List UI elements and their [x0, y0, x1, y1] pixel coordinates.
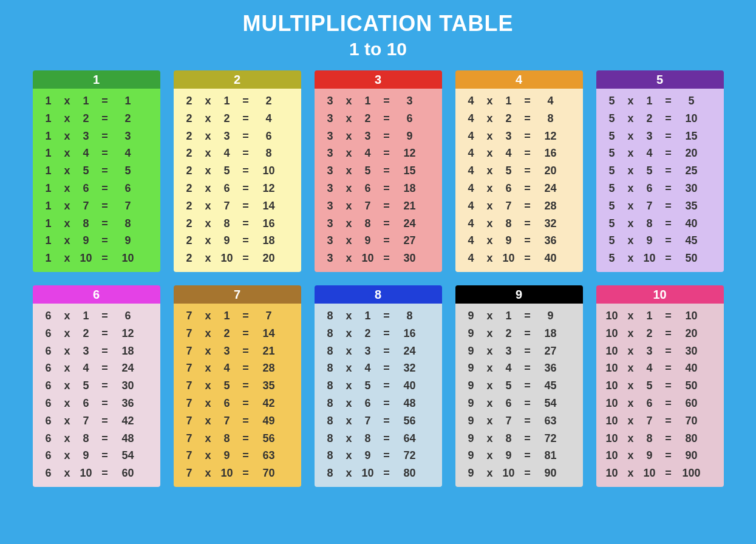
- times-symbol: x: [622, 359, 640, 377]
- equals-symbol: =: [378, 342, 396, 360]
- factor-a: 2: [180, 162, 199, 180]
- times-symbol: x: [340, 325, 358, 342]
- times-symbol: x: [481, 180, 499, 197]
- page-title: MULTIPLICATION TABLE: [243, 11, 514, 36]
- factor-a: 1: [39, 144, 58, 162]
- times-symbol: x: [622, 127, 640, 145]
- table-row: 8x2=16: [321, 325, 436, 342]
- product: 24: [537, 180, 565, 197]
- product: 9: [537, 307, 565, 325]
- factor-b: 8: [640, 430, 659, 447]
- equals-symbol: =: [96, 110, 114, 127]
- table-row: 8x10=80: [321, 464, 436, 482]
- factor-a: 4: [461, 92, 481, 110]
- factor-a: 1: [39, 92, 58, 110]
- equals-symbol: =: [519, 162, 537, 180]
- table-row: 6x3=18: [39, 342, 154, 360]
- factor-a: 8: [321, 447, 340, 464]
- factor-b: 4: [499, 359, 519, 377]
- equals-symbol: =: [519, 395, 537, 412]
- times-symbol: x: [622, 232, 640, 250]
- factor-a: 8: [321, 395, 340, 412]
- factor-b: 10: [499, 464, 519, 482]
- table-row: 6x8=48: [39, 430, 154, 447]
- product: 48: [114, 430, 142, 447]
- factor-a: 3: [321, 197, 340, 215]
- table-body: 4x1=44x2=84x3=124x4=164x5=204x6=244x7=28…: [455, 89, 583, 272]
- times-symbol: x: [481, 127, 499, 145]
- factor-a: 6: [39, 359, 58, 377]
- table-header: 4: [455, 70, 583, 89]
- table-header: 3: [315, 70, 442, 89]
- factor-a: 10: [602, 395, 622, 412]
- table-row: 2x4=8: [180, 144, 295, 162]
- factor-a: 8: [321, 412, 340, 430]
- equals-symbol: =: [96, 92, 114, 110]
- times-symbol: x: [481, 447, 499, 464]
- equals-symbol: =: [237, 359, 255, 377]
- table-row: 6x9=54: [39, 447, 154, 464]
- factor-a: 9: [461, 342, 481, 360]
- times-symbol: x: [622, 215, 640, 233]
- times-symbol: x: [199, 325, 217, 342]
- times-symbol: x: [481, 395, 499, 412]
- times-symbol: x: [199, 359, 217, 377]
- product: 70: [678, 412, 706, 430]
- factor-a: 1: [39, 127, 58, 145]
- times-symbol: x: [481, 215, 499, 233]
- times-symbol: x: [481, 162, 499, 180]
- factor-a: 9: [461, 395, 481, 412]
- times-symbol: x: [622, 325, 640, 342]
- product: 2: [255, 92, 283, 110]
- table-row: 8x6=48: [321, 395, 436, 412]
- times-symbol: x: [340, 127, 358, 145]
- factor-b: 7: [77, 412, 96, 430]
- equals-symbol: =: [378, 377, 396, 395]
- product: 54: [114, 447, 142, 464]
- factor-a: 8: [321, 464, 340, 482]
- table-card-7: 77x1=77x2=147x3=217x4=287x5=357x6=427x7=…: [174, 285, 301, 487]
- times-symbol: x: [481, 359, 499, 377]
- factor-b: 7: [77, 197, 96, 215]
- table-card-3: 33x1=33x2=63x3=93x4=123x5=153x6=183x7=21…: [315, 70, 442, 272]
- product: 24: [114, 359, 142, 377]
- times-symbol: x: [340, 412, 358, 430]
- product: 30: [678, 342, 706, 360]
- factor-a: 4: [461, 180, 481, 197]
- product: 18: [255, 232, 283, 250]
- factor-a: 1: [39, 180, 58, 197]
- equals-symbol: =: [519, 232, 537, 250]
- equals-symbol: =: [378, 162, 396, 180]
- equals-symbol: =: [237, 325, 255, 342]
- times-symbol: x: [58, 377, 77, 395]
- table-row: 1x8=8: [39, 215, 154, 233]
- equals-symbol: =: [659, 232, 678, 250]
- factor-b: 1: [77, 307, 96, 325]
- product: 27: [396, 232, 424, 250]
- equals-symbol: =: [519, 307, 537, 325]
- equals-symbol: =: [378, 464, 396, 482]
- product: 14: [255, 197, 283, 215]
- equals-symbol: =: [237, 110, 255, 127]
- factor-a: 7: [180, 342, 199, 360]
- product: 10: [255, 162, 283, 180]
- equals-symbol: =: [519, 377, 537, 395]
- equals-symbol: =: [659, 325, 678, 342]
- factor-a: 7: [180, 377, 199, 395]
- table-row: 1x10=10: [39, 250, 154, 267]
- table-row: 5x5=25: [602, 162, 718, 180]
- table-card-9: 99x1=99x2=189x3=279x4=369x5=459x6=549x7=…: [455, 285, 583, 487]
- factor-a: 4: [461, 144, 481, 162]
- factor-a: 4: [461, 127, 481, 145]
- factor-a: 2: [180, 197, 199, 215]
- factor-a: 5: [602, 197, 622, 215]
- times-symbol: x: [58, 447, 77, 464]
- factor-b: 7: [640, 197, 659, 215]
- times-symbol: x: [199, 144, 217, 162]
- factor-b: 10: [77, 250, 96, 267]
- equals-symbol: =: [96, 250, 114, 267]
- times-symbol: x: [58, 92, 77, 110]
- product: 40: [537, 250, 565, 267]
- times-symbol: x: [481, 412, 499, 430]
- product: 2: [114, 110, 142, 127]
